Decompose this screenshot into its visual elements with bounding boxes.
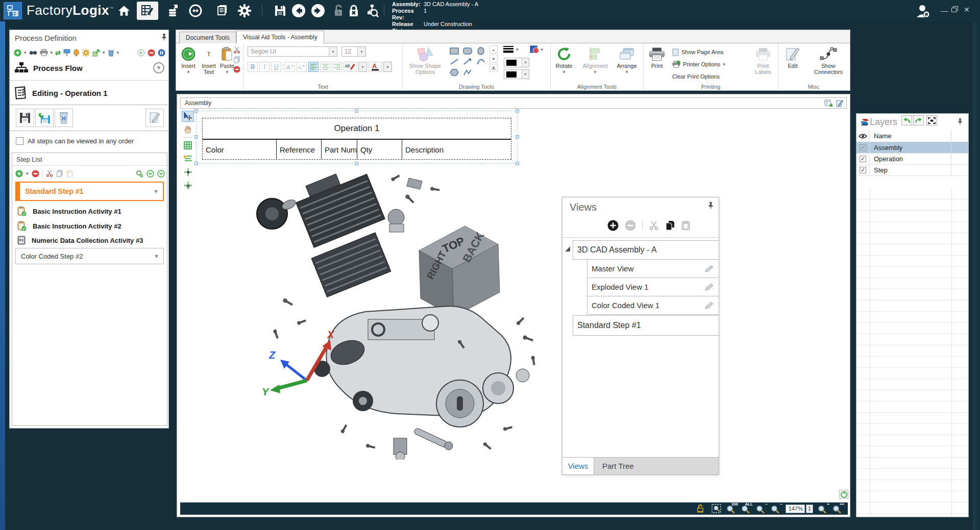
tree-root-item[interactable]: 3D CAD Assembly - A	[573, 240, 719, 260]
restore-button[interactable]	[951, 6, 957, 11]
shape-scroll-down-icon[interactable]: ▼	[489, 55, 498, 63]
resize-handle[interactable]	[355, 162, 358, 165]
zoom-step-icon[interactable]	[136, 170, 143, 178]
view-item[interactable]: Master View	[587, 259, 719, 278]
expand-all-icon[interactable]	[146, 170, 154, 178]
zoom-out-icon[interactable]: −	[771, 504, 781, 514]
edit-button[interactable]: Edit	[781, 45, 804, 69]
add-step-dropdown-icon[interactable]: ▾	[26, 171, 29, 176]
documents-icon[interactable]	[213, 3, 231, 19]
resize-handle[interactable]	[194, 109, 198, 113]
tree-step-item[interactable]: Standard Step #1	[573, 315, 719, 336]
export-dropdown-icon[interactable]: ▾	[103, 50, 105, 55]
fill-color-select[interactable]: ▾	[504, 69, 529, 79]
copy-icon[interactable]	[233, 56, 240, 63]
back-icon[interactable]	[290, 3, 307, 19]
tree-expander-icon[interactable]	[565, 246, 570, 251]
close-button[interactable]: ✕	[964, 6, 970, 13]
unlock-icon[interactable]	[330, 3, 347, 19]
copy-icon[interactable]	[56, 170, 63, 177]
process-flow-item[interactable]: Process Flow ▼	[15, 62, 164, 74]
tab-document-tools[interactable]: Document Tools	[179, 32, 236, 43]
resize-handle[interactable]	[516, 162, 519, 165]
clear-print-options-button[interactable]: Clear Print Options	[672, 72, 725, 81]
operation-table[interactable]: Operation 1 Color Reference Part Number …	[202, 118, 511, 160]
refresh-view-button[interactable]	[839, 490, 848, 499]
delete-icon[interactable]	[233, 66, 240, 73]
shape-arc-icon[interactable]	[474, 56, 487, 67]
tab-visual-aid-tools[interactable]: Visual Aid Tools - Assembly	[236, 31, 324, 43]
text-highlight-button[interactable]: ab	[344, 62, 357, 72]
align-right-icon[interactable]	[332, 62, 342, 72]
insert-list-tool-icon[interactable]	[182, 153, 194, 164]
shape-arrow-icon[interactable]	[461, 56, 474, 67]
shuffle-icon[interactable]: ⇄	[55, 49, 61, 57]
font-color-button[interactable]: A	[369, 62, 382, 72]
font-size-select[interactable]: 12▾	[341, 46, 366, 57]
shape-rounded-rectangle-icon[interactable]	[461, 45, 474, 56]
grow-font-icon[interactable]: A	[285, 62, 295, 72]
chevron-down-icon[interactable]: ▼	[154, 253, 159, 259]
bell-icon[interactable]	[73, 49, 80, 57]
printer-options-button[interactable]: Printer Options▾	[672, 60, 725, 69]
show-connectors-button[interactable]: Show Connectors	[812, 45, 845, 75]
highlight-dropdown-icon[interactable]: ▾	[358, 62, 367, 72]
zoom-out-region-icon[interactable]: −	[756, 504, 766, 514]
select-move-tool-icon[interactable]	[182, 111, 194, 122]
edit-operation-button[interactable]	[145, 109, 164, 127]
redo-icon[interactable]	[913, 115, 924, 125]
show-shape-options-button[interactable]: Show Shape Options	[405, 45, 446, 75]
view-item[interactable]: Exploded View 1	[587, 277, 719, 296]
underline-button[interactable]: U	[271, 62, 281, 72]
shrink-font-icon[interactable]: A	[297, 62, 307, 72]
border-color-icon[interactable]	[530, 45, 539, 54]
copy-view-icon[interactable]	[665, 220, 675, 231]
insert-button[interactable]: Insert▾	[177, 45, 200, 75]
layer-row-selected[interactable]: ✓ Assembly	[856, 142, 968, 154]
resume-icon[interactable]	[137, 49, 145, 57]
process-audit-icon[interactable]	[363, 3, 381, 19]
home-icon[interactable]	[115, 3, 133, 19]
process-editor-icon[interactable]	[137, 2, 158, 20]
resize-handle[interactable]	[516, 109, 519, 113]
forward-icon[interactable]	[309, 3, 327, 19]
revert-operation-button[interactable]	[35, 109, 54, 127]
layer-visibility-checkbox[interactable]: ✓	[860, 144, 866, 151]
zoom-spinner[interactable]: ▲▼	[806, 504, 813, 513]
edit-pencil-icon[interactable]	[704, 302, 714, 309]
rotate-button[interactable]: Rotate▾	[553, 45, 575, 75]
activity-item[interactable]: Basic Instruction Activity #2	[17, 221, 121, 231]
print-icon[interactable]	[40, 49, 48, 56]
production-icon[interactable]	[164, 3, 182, 19]
gear-icon[interactable]	[82, 49, 90, 57]
zoom-level-input[interactable]: 147%	[786, 504, 805, 513]
insert-table-tool-icon[interactable]	[182, 140, 194, 151]
shape-hexagon-icon[interactable]	[448, 67, 461, 78]
save-operation-button[interactable]	[16, 109, 34, 127]
zoom-in-icon[interactable]: +	[818, 504, 828, 514]
page-name-bar[interactable]: Assembly	[180, 97, 847, 109]
shape-ellipse-icon[interactable]	[474, 45, 487, 56]
view-item[interactable]: Color Coded View 1	[587, 296, 719, 315]
print-button[interactable]: Print	[646, 45, 668, 69]
layer-visibility-checkbox[interactable]: ✓	[860, 156, 866, 162]
paste-view-icon[interactable]	[681, 220, 690, 231]
cut-icon[interactable]	[233, 46, 240, 54]
resize-handle[interactable]	[194, 135, 198, 139]
add-dropdown-icon[interactable]: ▾	[24, 50, 27, 55]
paste-icon[interactable]	[66, 170, 73, 178]
pause-icon[interactable]	[158, 49, 165, 57]
move-anchor-tool-icon[interactable]	[182, 166, 194, 178]
show-page-area-button[interactable]: Show Page Area	[672, 47, 725, 57]
activity-item[interactable]: 01 Numeric Data Collection Activity #3	[17, 236, 143, 245]
delete-operation-button[interactable]	[55, 109, 73, 127]
lock-zoom-icon[interactable]	[697, 504, 707, 514]
shape-more-icon[interactable]: ▼	[489, 64, 498, 72]
font-family-select[interactable]: Segoe UI▾	[248, 46, 337, 57]
pin-icon[interactable]	[707, 201, 714, 209]
remove-view-icon[interactable]	[625, 220, 636, 231]
print-labels-button[interactable]: Print Labels	[751, 45, 775, 75]
search-icon[interactable]	[29, 49, 37, 56]
stop-icon[interactable]	[148, 49, 155, 57]
remove-step-icon[interactable]	[32, 170, 39, 178]
